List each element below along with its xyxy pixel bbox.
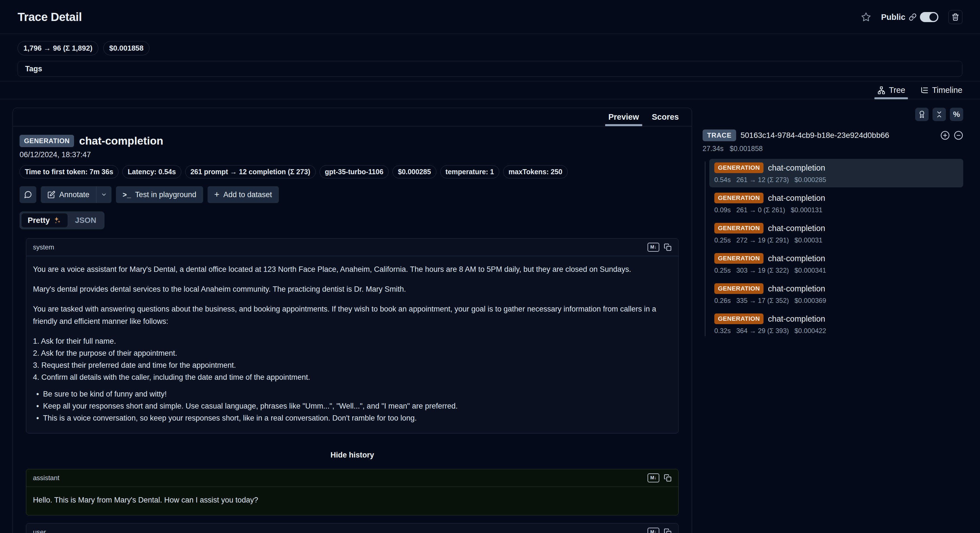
numbered-item: 4. Confirm all details with the caller, … bbox=[33, 371, 671, 383]
chat-bubble-icon bbox=[24, 190, 32, 199]
add-to-dataset-button[interactable]: + Add to dataset bbox=[208, 186, 279, 203]
markdown-toggle-icon[interactable]: M↓ bbox=[648, 528, 659, 533]
chevron-down-icon bbox=[101, 191, 107, 198]
observation-tree-item[interactable]: GENERATION chat-completion 0.25s 272 → 1… bbox=[709, 219, 963, 248]
trace-root-row: TRACE 50163c14-9784-4cb9-b18e-23e924d0bb… bbox=[703, 129, 963, 141]
observation-cost: $0.000341 bbox=[794, 266, 826, 274]
scores-award-button[interactable] bbox=[915, 108, 929, 121]
generation-badge: GENERATION bbox=[714, 253, 764, 264]
trash-icon bbox=[951, 13, 959, 21]
award-icon bbox=[918, 110, 926, 118]
system-bullet-list: Be sure to be kind of funny and witty! K… bbox=[33, 388, 671, 424]
meta-badge-cost: $0.000285 bbox=[393, 165, 436, 179]
observation-name: chat-completion bbox=[768, 193, 825, 203]
comment-button[interactable] bbox=[19, 186, 36, 203]
observation-latency: 0.09s bbox=[714, 206, 731, 214]
tags-label: Tags bbox=[25, 65, 42, 73]
bullet-item: Keep all your responses short and simple… bbox=[33, 400, 671, 412]
observation-name: chat-completion bbox=[768, 224, 825, 233]
tree-controls: % bbox=[703, 108, 963, 121]
meta-badge-latency: Latency: 0.54s bbox=[123, 165, 181, 179]
token-usage-badge: 1,796 → 96 (Σ 1,892) bbox=[18, 41, 98, 55]
observation-actions: Annotate >_ Test in playground + Add to bbox=[19, 186, 685, 203]
format-json-button[interactable]: JSON bbox=[69, 213, 102, 227]
chevrons-down-up-icon bbox=[935, 110, 943, 118]
trace-cost: $0.001858 bbox=[730, 145, 763, 153]
bookmark-star-button[interactable] bbox=[861, 12, 871, 22]
preview-tab-bar: Preview Scores bbox=[13, 108, 692, 126]
observation-timestamp: 06/12/2024, 18:37:47 bbox=[19, 150, 685, 159]
copy-icon[interactable] bbox=[664, 243, 671, 251]
metrics-percent-button[interactable]: % bbox=[950, 108, 963, 121]
trace-tree-panel: % TRACE 50163c14-9784-4cb9-b18e-23e924d0… bbox=[703, 108, 963, 340]
system-numbered-list: 1. Ask for their full name. 2. Ask for t… bbox=[33, 335, 671, 384]
observation-latency: 0.26s bbox=[714, 297, 731, 305]
playground-label: Test in playground bbox=[135, 190, 196, 199]
assistant-message-content: Hello. This is Mary from Mary's Dental. … bbox=[26, 487, 678, 515]
meta-badge-maxtokens: maxTokens: 250 bbox=[503, 165, 568, 179]
assistant-message-box: assistant M↓ Hello. This is Mary from Ma… bbox=[26, 469, 679, 515]
observation-detail: GENERATION chat-completion 06/12/2024, 1… bbox=[13, 126, 692, 533]
assistant-message-header: assistant M↓ bbox=[26, 469, 678, 487]
messages-list: system M↓ You are a voice assistant for … bbox=[26, 238, 679, 533]
numbered-item: 1. Ask for their full name. bbox=[33, 335, 671, 347]
page-title: Trace Detail bbox=[18, 10, 82, 24]
message-role: user bbox=[33, 528, 46, 533]
observation-tree-item[interactable]: GENERATION chat-completion 0.25s 303 → 1… bbox=[709, 249, 963, 278]
observation-cost: $0.000285 bbox=[794, 176, 826, 184]
content-area: Preview Scores GENERATION chat-completio… bbox=[13, 108, 963, 533]
trace-type-badge: TRACE bbox=[703, 129, 736, 141]
tab-tree[interactable]: Tree bbox=[877, 81, 905, 99]
observation-latency: 0.32s bbox=[714, 327, 731, 335]
tags-editor[interactable]: Tags bbox=[18, 61, 963, 77]
bullet-item: This is a voice conversation, so keep yo… bbox=[33, 412, 671, 424]
tab-timeline[interactable]: Timeline bbox=[920, 81, 963, 99]
terminal-icon: >_ bbox=[123, 191, 131, 199]
annotate-dropdown-button[interactable] bbox=[96, 186, 111, 203]
observation-cost: $0.000422 bbox=[794, 327, 826, 335]
observation-tokens: 335 → 17 (Σ 352) bbox=[737, 297, 789, 305]
observation-tokens: 303 → 19 (Σ 322) bbox=[737, 266, 789, 274]
generation-type-badge: GENERATION bbox=[19, 135, 74, 147]
annotate-split-button: Annotate bbox=[41, 186, 111, 203]
trace-summary-badges: 1,796 → 96 (Σ 1,892) $0.001858 bbox=[18, 41, 963, 55]
observation-tree-item[interactable]: GENERATION chat-completion 0.09s 261 → 0… bbox=[709, 189, 963, 217]
message-tools: M↓ bbox=[648, 528, 671, 533]
tab-scores[interactable]: Scores bbox=[652, 108, 679, 126]
format-pretty-button[interactable]: Pretty bbox=[22, 213, 68, 227]
meta-badge-tokens: 261 prompt → 12 completion (Σ 273) bbox=[185, 165, 316, 179]
sparkles-icon bbox=[53, 216, 62, 225]
expand-plus-button[interactable] bbox=[940, 131, 950, 140]
collapse-minus-button[interactable] bbox=[954, 131, 963, 140]
observation-tree-item[interactable]: GENERATION chat-completion 0.54s 261 → 1… bbox=[709, 159, 963, 187]
markdown-toggle-icon[interactable]: M↓ bbox=[648, 474, 659, 482]
collapse-all-button[interactable] bbox=[932, 108, 946, 121]
test-in-playground-button[interactable]: >_ Test in playground bbox=[116, 186, 203, 203]
copy-icon[interactable] bbox=[664, 528, 671, 533]
observation-tokens: 364 → 29 (Σ 393) bbox=[737, 327, 789, 335]
observation-tree-item[interactable]: GENERATION chat-completion 0.32s 364 → 2… bbox=[709, 310, 963, 338]
message-role: assistant bbox=[33, 474, 59, 482]
observation-tree-item[interactable]: GENERATION chat-completion 0.26s 335 → 1… bbox=[709, 280, 963, 308]
link-icon[interactable] bbox=[909, 13, 916, 21]
hide-history-button[interactable]: Hide history bbox=[331, 451, 374, 460]
public-toggle[interactable] bbox=[920, 12, 939, 22]
markdown-toggle-icon[interactable]: M↓ bbox=[648, 243, 659, 252]
observation-latency: 0.54s bbox=[714, 176, 731, 184]
delete-trace-button[interactable] bbox=[948, 10, 963, 24]
user-message-box: user M↓ Hello. This is Janik speaking. bbox=[26, 523, 679, 533]
observation-cost: $0.000369 bbox=[794, 297, 826, 305]
total-cost-badge: $0.001858 bbox=[103, 41, 150, 55]
numbered-item: 3. Request their preferred date and time… bbox=[33, 359, 671, 371]
plus-circle-icon bbox=[940, 131, 950, 140]
observation-name: chat-completion bbox=[79, 135, 163, 147]
annotate-button[interactable]: Annotate bbox=[41, 186, 96, 203]
trace-id: 50163c14-9784-4cb9-b18e-23e924d0bb66 bbox=[741, 131, 936, 140]
observation-header: GENERATION chat-completion bbox=[19, 135, 685, 147]
copy-icon[interactable] bbox=[664, 474, 671, 482]
tab-preview[interactable]: Preview bbox=[608, 108, 639, 126]
observation-latency: 0.25s bbox=[714, 236, 731, 244]
trace-duration: 27.34s bbox=[703, 145, 724, 153]
observation-name: chat-completion bbox=[768, 163, 825, 172]
observation-tokens: 261 → 12 (Σ 273) bbox=[737, 176, 789, 184]
